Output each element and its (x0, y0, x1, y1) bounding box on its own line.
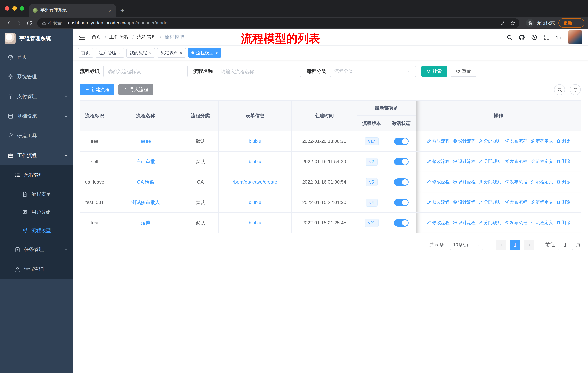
action-删除[interactable]: 删除 (556, 138, 570, 144)
process-name-link[interactable]: 测试多审批人 (131, 200, 160, 205)
action-删除[interactable]: 删除 (556, 199, 570, 205)
action-设计流程[interactable]: 设计流程 (452, 179, 475, 185)
action-修改流程[interactable]: 修改流程 (427, 220, 450, 226)
breadcrumb-item[interactable]: 流程管理 (137, 34, 157, 40)
browser-menu-icon[interactable]: ⋮ (575, 20, 582, 26)
action-删除[interactable]: 删除 (556, 220, 570, 226)
sidebar-item-基础设施[interactable]: 基础设施 (0, 106, 73, 126)
form-info-link[interactable]: /bpm/oa/leave/create (233, 179, 277, 185)
fullscreen-icon[interactable] (544, 34, 550, 40)
active-toggle[interactable] (394, 158, 409, 165)
action-流程定义[interactable]: 流程定义 (530, 179, 553, 185)
address-bar[interactable]: 不安全 dashboard.yudao.iocoder.cn/bpm/manag… (37, 18, 519, 28)
active-toggle[interactable] (394, 138, 409, 145)
process-name-input[interactable] (217, 66, 301, 77)
action-流程定义[interactable]: 流程定义 (530, 220, 553, 226)
breadcrumb-item[interactable]: 首页 (92, 34, 101, 40)
sidebar-item-请假查询[interactable]: 请假查询 (0, 259, 73, 279)
browser-tab[interactable]: 芋道管理系统 × (29, 4, 116, 17)
process-category-select[interactable]: 流程分类 (330, 66, 416, 77)
process-name-link[interactable]: eeee (140, 138, 151, 144)
action-发布流程[interactable]: 发布流程 (504, 138, 527, 144)
sidebar-item-研发工具[interactable]: 研发工具 (0, 126, 73, 146)
active-toggle[interactable] (394, 219, 409, 226)
tag-close-icon[interactable]: × (149, 50, 152, 55)
refresh-table-button[interactable] (570, 84, 581, 95)
sidebar-item-系统管理[interactable]: 系统管理 (0, 67, 73, 87)
action-修改流程[interactable]: 修改流程 (427, 159, 450, 165)
reset-button[interactable]: 重置 (451, 66, 476, 77)
process-name-link[interactable]: OA 请假 (137, 179, 154, 184)
sidebar-item-流程管理[interactable]: 流程管理 (0, 165, 73, 185)
goto-page-input[interactable] (558, 240, 573, 250)
browser-update-button[interactable]: 更新 ⋮ (558, 18, 584, 28)
active-toggle[interactable] (394, 199, 409, 206)
page-1-button[interactable]: 1 (510, 240, 520, 250)
search-button[interactable]: 搜索 (421, 66, 447, 77)
action-修改流程[interactable]: 修改流程 (427, 179, 450, 185)
action-发布流程[interactable]: 发布流程 (504, 179, 527, 185)
process-id-input[interactable] (103, 66, 188, 77)
help-icon[interactable] (531, 34, 537, 40)
action-流程定义[interactable]: 流程定义 (530, 199, 553, 205)
action-分配规则[interactable]: 分配规则 (478, 220, 501, 226)
security-indicator[interactable]: 不安全 (42, 20, 62, 26)
import-process-button[interactable]: 导入流程 (118, 84, 153, 95)
search-icon[interactable] (506, 34, 513, 40)
active-toggle[interactable] (394, 178, 409, 186)
form-info-link[interactable]: biubiu (249, 200, 261, 205)
sidebar-item-任务管理[interactable]: 任务管理 (0, 240, 73, 259)
process-name-link[interactable]: 自己审批 (136, 159, 155, 164)
form-info-link[interactable]: biubiu (249, 138, 261, 144)
sidebar-item-用户分组[interactable]: 用户分组 (0, 203, 73, 222)
sidebar-item-流程模型[interactable]: 流程模型 (0, 222, 73, 240)
action-分配规则[interactable]: 分配规则 (478, 199, 501, 205)
action-修改流程[interactable]: 修改流程 (427, 199, 450, 205)
prev-page-button[interactable] (496, 240, 506, 250)
collapse-sidebar-icon[interactable] (78, 33, 86, 41)
action-修改流程[interactable]: 修改流程 (427, 138, 450, 144)
page-size-select[interactable]: 10条/页 (450, 240, 483, 250)
action-分配规则[interactable]: 分配规则 (478, 179, 501, 185)
reload-icon[interactable] (24, 18, 34, 28)
tag-流程模型[interactable]: 流程模型 × (188, 48, 221, 58)
process-name-link[interactable]: 滔博 (141, 220, 150, 225)
tag-我的流程[interactable]: 我的流程 × (126, 48, 155, 58)
action-删除[interactable]: 删除 (556, 179, 570, 185)
action-发布流程[interactable]: 发布流程 (504, 220, 527, 226)
font-size-icon[interactable] (556, 34, 562, 40)
zoom-window-button[interactable] (20, 6, 24, 10)
action-设计流程[interactable]: 设计流程 (452, 138, 475, 144)
action-删除[interactable]: 删除 (556, 159, 570, 165)
sidebar-item-工作流程[interactable]: 工作流程 (0, 146, 73, 165)
sidebar-item-支付管理[interactable]: 支付管理 (0, 87, 73, 106)
key-icon[interactable] (498, 19, 507, 27)
form-info-link[interactable]: biubiu (249, 220, 261, 225)
new-tab-button[interactable]: + (120, 7, 125, 14)
tag-close-icon[interactable]: × (180, 50, 182, 55)
action-设计流程[interactable]: 设计流程 (452, 159, 475, 165)
tag-close-icon[interactable]: × (215, 50, 218, 55)
back-icon[interactable] (4, 18, 14, 28)
action-流程定义[interactable]: 流程定义 (530, 138, 553, 144)
sidebar-logo[interactable]: 芋道管理系统 (0, 29, 73, 47)
sidebar-item-流程表单[interactable]: 流程表单 (0, 185, 73, 203)
next-page-button[interactable] (524, 240, 534, 250)
action-设计流程[interactable]: 设计流程 (452, 220, 475, 226)
tag-首页[interactable]: 首页 (78, 48, 93, 58)
tag-流程表单[interactable]: 流程表单 × (157, 48, 186, 58)
minimize-window-button[interactable] (12, 6, 17, 10)
action-发布流程[interactable]: 发布流程 (504, 199, 527, 205)
forward-icon[interactable] (14, 18, 24, 28)
action-分配规则[interactable]: 分配规则 (478, 159, 501, 165)
sidebar-item-首页[interactable]: 首页 (0, 47, 73, 67)
close-window-button[interactable] (5, 6, 10, 10)
action-分配规则[interactable]: 分配规则 (478, 138, 501, 144)
toggle-search-button[interactable] (554, 84, 565, 95)
avatar[interactable] (568, 30, 582, 44)
form-info-link[interactable]: biubiu (249, 159, 261, 164)
tag-close-icon[interactable]: × (118, 50, 121, 55)
github-icon[interactable] (519, 34, 525, 40)
bookmark-star-icon[interactable] (509, 19, 517, 27)
action-流程定义[interactable]: 流程定义 (530, 159, 553, 165)
